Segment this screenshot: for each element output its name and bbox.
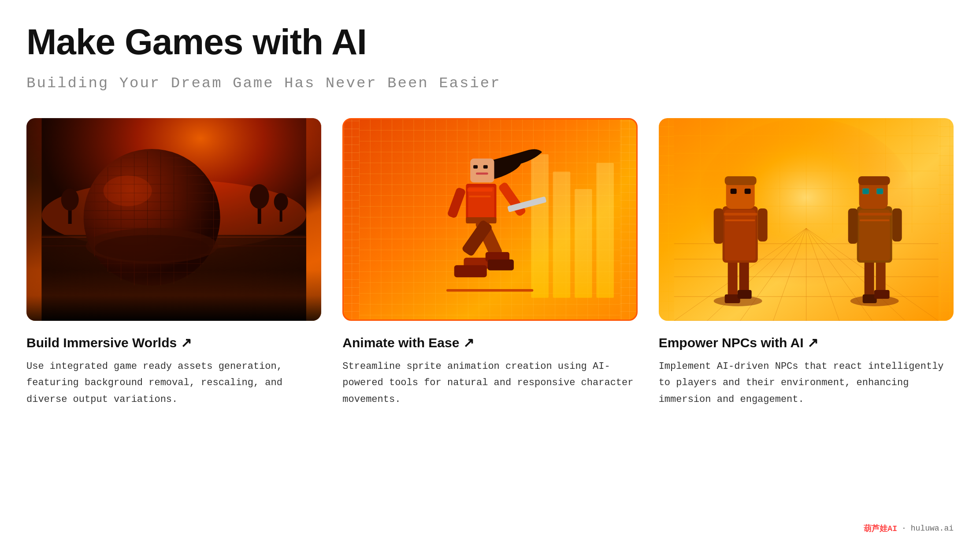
svg-rect-109	[469, 196, 491, 197]
footer-brand: 葫芦娃AI · huluwa.ai	[864, 523, 954, 534]
svg-rect-153	[757, 208, 767, 241]
svg-point-7	[250, 184, 269, 209]
svg-point-41	[95, 235, 209, 261]
page-title: Make Games with AI	[26, 21, 954, 63]
card-npc-title: Empower NPCs with AI ↗	[659, 335, 954, 350]
svg-point-39	[104, 175, 152, 206]
brand-separator: ·	[902, 524, 906, 533]
card-worlds-title: Build Immersive Worlds ↗	[26, 335, 321, 350]
svg-rect-104	[454, 265, 487, 278]
svg-rect-165	[862, 188, 869, 194]
svg-rect-90	[446, 289, 533, 292]
page-subtitle: Building Your Dream Game Has Never Been …	[26, 75, 954, 92]
feature-cards-container: Build Immersive Worlds ↗ Use integrated …	[26, 118, 954, 408]
card-worlds-image	[26, 118, 321, 321]
brand-en-text: huluwa.ai	[911, 524, 954, 533]
card-worlds: Build Immersive Worlds ↗ Use integrated …	[26, 118, 321, 408]
svg-rect-171	[858, 213, 891, 215]
card-animate-image	[342, 118, 637, 321]
svg-rect-88	[575, 189, 592, 298]
svg-point-5	[61, 189, 79, 211]
svg-rect-147	[724, 210, 755, 260]
svg-rect-156	[876, 259, 885, 294]
svg-rect-95	[476, 172, 488, 175]
svg-rect-143	[739, 259, 749, 294]
card-animate-title: Animate with Ease ↗	[342, 335, 637, 350]
svg-rect-167	[848, 208, 858, 244]
card-animate-description: Streamline sprite animation creation usi…	[342, 358, 637, 408]
svg-rect-86	[531, 154, 549, 298]
card-npc: Empower NPCs with AI ↗ Implement AI-driv…	[659, 118, 954, 408]
svg-rect-87	[553, 171, 570, 297]
svg-rect-145	[737, 290, 751, 299]
svg-point-13	[84, 149, 220, 286]
svg-rect-155	[864, 259, 874, 299]
card-npc-image	[659, 118, 954, 321]
svg-rect-149	[724, 176, 756, 185]
card-worlds-description: Use integrated game ready assets generat…	[26, 358, 321, 408]
card-animate: Animate with Ease ↗ Streamline sprite an…	[342, 118, 637, 408]
svg-rect-170	[725, 219, 755, 221]
svg-rect-93	[473, 165, 478, 169]
svg-rect-92	[471, 159, 494, 182]
svg-rect-108	[468, 188, 493, 192]
svg-rect-158	[874, 290, 889, 299]
svg-rect-94	[483, 165, 488, 169]
svg-point-9	[274, 193, 288, 211]
svg-rect-160	[859, 210, 890, 260]
svg-rect-142	[728, 259, 737, 299]
svg-rect-151	[744, 189, 750, 194]
svg-rect-97	[468, 187, 494, 222]
svg-rect-168	[892, 208, 902, 241]
svg-rect-169	[724, 213, 757, 215]
svg-rect-107	[488, 260, 514, 271]
svg-rect-172	[859, 219, 889, 221]
svg-rect-162	[858, 176, 890, 185]
svg-rect-89	[597, 163, 614, 298]
card-npc-description: Implement AI-driven NPCs that react inte…	[659, 358, 954, 408]
brand-cn-text: 葫芦娃AI	[864, 523, 897, 534]
svg-rect-150	[730, 189, 736, 194]
svg-rect-166	[876, 188, 883, 194]
svg-rect-152	[713, 208, 723, 244]
